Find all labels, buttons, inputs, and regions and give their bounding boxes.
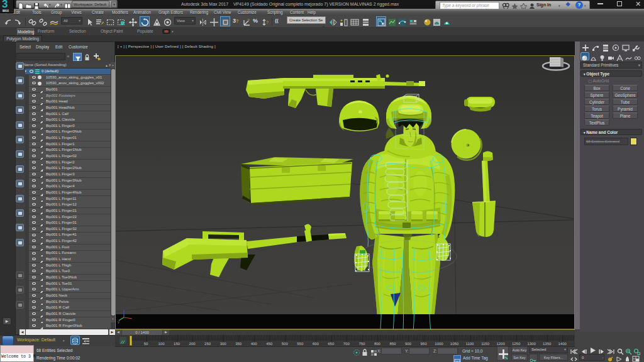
svg-text:1000: 1000 xyxy=(435,342,443,346)
svg-text:1200: 1200 xyxy=(496,342,505,346)
svg-text:800: 800 xyxy=(374,342,381,346)
svg-text:1300: 1300 xyxy=(527,342,536,346)
svg-text:y: y xyxy=(118,320,119,324)
svg-text:250: 250 xyxy=(204,342,211,346)
svg-text:900: 900 xyxy=(405,342,412,346)
svg-text:1150: 1150 xyxy=(481,342,490,346)
svg-text:500: 500 xyxy=(282,342,289,346)
svg-text:550: 550 xyxy=(297,342,304,346)
svg-text:850: 850 xyxy=(389,342,396,346)
svg-text:150: 150 xyxy=(174,342,180,346)
svg-text:200: 200 xyxy=(189,342,196,346)
svg-text:750: 750 xyxy=(358,342,365,346)
svg-text:650: 650 xyxy=(328,342,335,346)
svg-text:600: 600 xyxy=(313,342,319,346)
svg-text:1250: 1250 xyxy=(512,342,521,346)
svg-text:450: 450 xyxy=(266,342,273,346)
svg-text:300: 300 xyxy=(220,342,227,346)
svg-text:?: ? xyxy=(266,20,269,25)
svg-text:400: 400 xyxy=(251,342,258,346)
svg-text:1100: 1100 xyxy=(466,342,475,346)
svg-text:100: 100 xyxy=(158,342,165,346)
svg-text:50: 50 xyxy=(144,342,148,346)
svg-text:950: 950 xyxy=(420,342,427,346)
svg-text:1350: 1350 xyxy=(543,342,552,346)
svg-text:?: ? xyxy=(247,18,250,23)
svg-text:1050: 1050 xyxy=(450,342,459,346)
svg-text:700: 700 xyxy=(343,342,350,346)
svg-text:350: 350 xyxy=(235,342,242,346)
svg-text:1400: 1400 xyxy=(558,342,567,346)
